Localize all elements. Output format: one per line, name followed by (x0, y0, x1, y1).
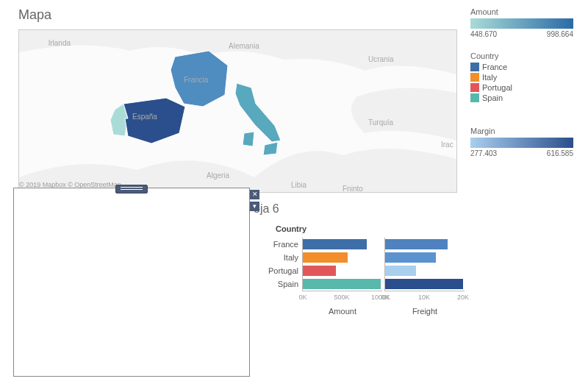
bar[interactable] (385, 266, 416, 276)
legend-amount-gradient[interactable] (470, 18, 573, 29)
bar[interactable] (385, 252, 436, 263)
caret-down-icon[interactable]: ▾ (250, 202, 259, 211)
legend-country-title: Country (470, 52, 512, 60)
x-tick: 0K (298, 294, 306, 301)
x-tick: 20K (457, 294, 469, 301)
close-icon[interactable]: ✕ (250, 190, 259, 199)
freight-axis-title: Freight (385, 307, 465, 316)
legend-country-label: Spain (482, 93, 503, 102)
legend-country-label: Italy (482, 73, 497, 82)
bar[interactable] (303, 279, 381, 289)
map-viz[interactable]: lrlanda Alemania Ucrania Francia España … (18, 29, 457, 193)
legend-country: Country FranceItalyPortugalSpain (470, 52, 512, 104)
x-tick: 0K (381, 294, 389, 301)
bar[interactable] (303, 252, 348, 263)
sheet6-freight-plot: Freight 0K10K20K (384, 238, 465, 291)
bar[interactable] (385, 239, 448, 249)
legend-swatch (470, 93, 479, 102)
y-label: Spain (254, 277, 301, 291)
legend-country-item[interactable]: Italy (470, 73, 512, 82)
legend-country-label: Portugal (482, 83, 512, 92)
legend-swatch (470, 83, 479, 92)
legend-margin-min: 277.403 (470, 149, 497, 157)
x-tick: 500K (334, 294, 349, 301)
bar[interactable] (303, 266, 336, 276)
bar[interactable] (385, 279, 463, 289)
y-label: France (254, 238, 301, 251)
tooltip-panel[interactable]: ✕ ▾ (13, 188, 250, 377)
legend-margin-title: Margin (470, 127, 573, 135)
x-tick: 10K (418, 294, 430, 301)
sheet6-col-header: Country (276, 224, 306, 233)
legend-country-item[interactable]: France (470, 63, 512, 71)
sheet6-amount-plot: Amount 0K500K1000K (302, 238, 382, 291)
map-svg (19, 30, 456, 192)
legend-margin-max: 616.585 (547, 149, 573, 157)
sheet6-chart[interactable]: Country FranceItalyPortugalSpain Amount … (254, 224, 470, 327)
legend-swatch (470, 73, 479, 82)
legend-swatch (470, 63, 479, 71)
sheet6-y-axis: FranceItalyPortugalSpain (254, 238, 301, 291)
amount-axis-title: Amount (303, 307, 382, 316)
bar[interactable] (303, 239, 367, 249)
legend-amount: Amount 448.670 998.664 (470, 7, 573, 38)
legend-amount-max: 998.664 (547, 30, 573, 38)
legend-margin-gradient[interactable] (470, 138, 573, 148)
legend-amount-min: 448.670 (470, 30, 497, 38)
legend-margin: Margin 277.403 616.585 (470, 127, 573, 157)
legend-amount-title: Amount (470, 7, 573, 16)
legend-country-item[interactable]: Portugal (470, 83, 512, 92)
drag-handle[interactable] (115, 185, 148, 194)
legend-country-item[interactable]: Spain (470, 93, 512, 102)
y-label: Italy (254, 251, 301, 264)
y-label: Portugal (254, 264, 301, 277)
legend-country-label: France (482, 63, 507, 71)
map-title: Mapa (18, 7, 51, 23)
